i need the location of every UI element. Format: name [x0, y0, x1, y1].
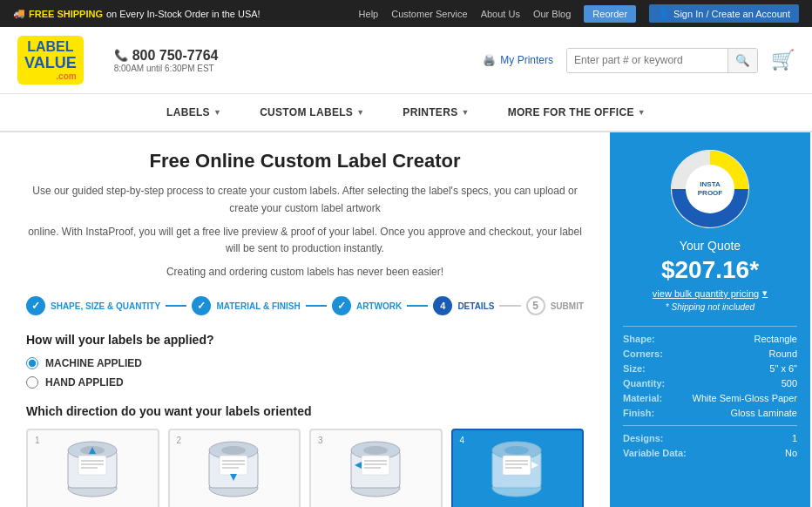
nav-more-office-arrow: ▼	[638, 108, 646, 117]
machine-applied-radio[interactable]	[26, 357, 38, 369]
page-desc-3: Creating and ordering custom labels has …	[26, 264, 584, 281]
step-1[interactable]: ✓ SHAPE, SIZE & QUANTITY	[26, 296, 160, 315]
orientation-2[interactable]: 2	[168, 429, 301, 507]
phone-area: 📞 800 750-7764 8:00AM until 6:30PM EST	[114, 48, 219, 73]
nav-labels-arrow: ▼	[213, 108, 221, 117]
nav-custom-labels[interactable]: CUSTOM LABELS ▼	[240, 94, 383, 131]
phone-icon: 📞	[114, 49, 128, 62]
search-input[interactable]	[567, 49, 727, 71]
material-value: White Semi-Gloss Paper	[693, 393, 797, 403]
logo-com-text: .com	[56, 71, 76, 81]
bulk-pricing-link[interactable]: view bulk quantity pricing ▾	[623, 287, 797, 299]
variable-value: No	[785, 448, 797, 458]
connector-3-4	[407, 305, 428, 307]
top-bar-right: Help Customer Service About Us Our Blog …	[359, 4, 799, 23]
quote-designs-row: Designs: 1	[623, 433, 797, 443]
logo[interactable]: LABEL VALUE .com	[17, 36, 84, 84]
logo-area[interactable]: LABEL VALUE .com	[17, 36, 84, 84]
help-link[interactable]: Help	[359, 9, 379, 19]
orientation-3[interactable]: 3	[309, 429, 443, 507]
quantity-value: 500	[782, 378, 797, 389]
connector-4-5	[499, 305, 520, 307]
shipping-text: on Every In-Stock Order in the USA!	[106, 9, 261, 19]
my-printers-button[interactable]: 🖨️ My Printers	[483, 54, 553, 66]
orientation-question: Which direction do you want your labels …	[26, 404, 584, 418]
step-2[interactable]: ✓ MATERIAL & FINISH	[192, 296, 300, 315]
quote-size-row: Size: 5" x 6"	[623, 363, 797, 374]
quantity-label: Quantity:	[623, 378, 665, 389]
hand-applied-radio[interactable]	[26, 376, 38, 389]
orientation-1[interactable]: 1	[26, 429, 159, 507]
header-right: 🖨️ My Printers 🔍 🛒	[483, 48, 795, 73]
step-3-label: ARTWORK	[356, 301, 402, 311]
hand-applied-option[interactable]: HAND APPLIED	[26, 376, 584, 389]
reorder-button[interactable]: Reorder	[584, 5, 636, 23]
size-label: Size:	[623, 363, 646, 374]
page-desc-2: online. With InstaProof, you will get a …	[26, 224, 584, 257]
top-bar-left: 🚚 FREE SHIPPING on Every In-Stock Order …	[13, 8, 261, 19]
customer-service-link[interactable]: Customer Service	[391, 9, 467, 19]
step-2-label: MATERIAL & FINISH	[216, 301, 300, 311]
main-content: Free Online Custom Label Creator Use our…	[0, 132, 812, 507]
connector-1-2	[166, 305, 186, 307]
svg-rect-4	[78, 456, 106, 475]
cart-icon[interactable]: 🛒	[771, 49, 795, 71]
step-4-label: DETAILS	[457, 301, 494, 311]
instaproof-logo: INSTA PROOF	[671, 150, 749, 228]
step-3-circle: ✓	[332, 296, 351, 315]
corners-label: Corners:	[623, 348, 663, 359]
roll-3	[345, 437, 406, 503]
sign-in-button[interactable]: 👤 Sign In / Create an Account	[649, 4, 799, 23]
finish-value: Gloss Laminate	[731, 408, 797, 418]
corners-value: Round	[769, 348, 797, 359]
search-button[interactable]: 🔍	[727, 49, 757, 72]
main-nav: LABELS ▼ CUSTOM LABELS ▼ PRINTERS ▼ MORE…	[0, 94, 812, 132]
logo-label-text: LABEL	[27, 39, 73, 55]
roll-2	[204, 437, 265, 503]
quote-corners-row: Corners: Round	[623, 348, 797, 359]
quote-finish-row: Finish: Gloss Laminate	[623, 408, 797, 418]
blog-link[interactable]: Our Blog	[533, 9, 571, 19]
application-radio-group: MACHINE APPLIED HAND APPLIED	[26, 357, 584, 389]
chevron-down-icon: ▾	[762, 287, 768, 299]
step-1-label: SHAPE, SIZE & QUANTITY	[51, 301, 160, 311]
size-value: 5" x 6"	[769, 363, 797, 374]
orientation-grid: 1 2	[26, 429, 584, 507]
shape-value: Rectangle	[754, 334, 797, 344]
connector-2-3	[306, 305, 327, 307]
orientation-4[interactable]: 4	[451, 429, 585, 507]
shape-label: Shape:	[623, 334, 655, 344]
quote-shape-row: Shape: Rectangle	[623, 334, 797, 344]
nav-labels[interactable]: LABELS ▼	[147, 94, 240, 131]
svg-point-12	[221, 446, 246, 455]
about-us-link[interactable]: About Us	[481, 9, 520, 19]
svg-point-30	[504, 446, 529, 455]
step-4[interactable]: 4 DETAILS	[433, 296, 494, 315]
quote-divider-2	[623, 425, 797, 426]
phone-number[interactable]: 800 750-7764	[132, 48, 219, 64]
roll-4	[487, 437, 548, 503]
page-desc-1: Use our guided step-by-step process to c…	[26, 183, 584, 216]
machine-applied-option[interactable]: MACHINE APPLIED	[26, 357, 584, 369]
step-5[interactable]: 5 SUBMIT	[526, 296, 584, 315]
step-3[interactable]: ✓ ARTWORK	[332, 296, 402, 315]
header: LABEL VALUE .com 📞 800 750-7764 8:00AM u…	[0, 27, 812, 94]
printer-icon: 🖨️	[483, 54, 496, 66]
svg-text:PROOF: PROOF	[698, 189, 723, 197]
designs-value: 1	[792, 433, 797, 443]
shipping-note: * Shipping not included	[623, 302, 797, 312]
quote-divider	[623, 326, 797, 327]
svg-rect-31	[503, 456, 531, 475]
content-area: Free Online Custom Label Creator Use our…	[0, 132, 610, 507]
step-2-circle: ✓	[192, 296, 211, 315]
quote-variable-row: Variable Data: No	[623, 448, 797, 458]
nav-custom-labels-arrow: ▼	[356, 108, 364, 117]
nav-printers-arrow: ▼	[461, 108, 469, 117]
variable-label: Variable Data:	[623, 448, 687, 458]
quote-panel: INSTA PROOF Your Quote $207.16* view bul…	[610, 132, 810, 507]
nav-printers[interactable]: PRINTERS ▼	[383, 94, 488, 131]
svg-text:INSTA: INSTA	[700, 180, 721, 188]
quote-details: Shape: Rectangle Corners: Round Size: 5"…	[623, 334, 797, 418]
truck-icon: 🚚	[13, 8, 25, 19]
nav-more-office[interactable]: MORE FOR THE OFFICE ▼	[489, 94, 665, 131]
